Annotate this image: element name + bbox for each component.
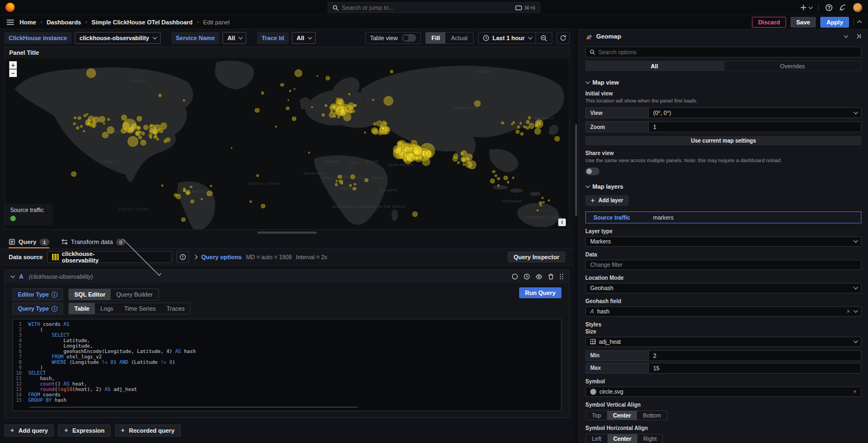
- add-layer-button[interactable]: +Add layer: [585, 195, 629, 206]
- size-field-select[interactable]: adj_heat: [585, 337, 861, 347]
- layer-item-source-traffic[interactable]: Source traffic markers: [585, 211, 861, 223]
- map-info-button[interactable]: i: [558, 219, 566, 226]
- symbol-valign-label: Symbol Vertical Align: [585, 402, 861, 408]
- tab-transform-data[interactable]: Transform data 0: [61, 235, 126, 248]
- zoom-out-time-button[interactable]: [535, 33, 552, 43]
- run-query-button[interactable]: Run Query: [519, 287, 561, 298]
- clickhouse-instance-select[interactable]: clickhouse-observability: [75, 32, 161, 44]
- fill-button[interactable]: Fill: [426, 33, 445, 43]
- avatar[interactable]: [853, 3, 863, 12]
- expression-button[interactable]: +Expression: [58, 425, 110, 436]
- hide-query-icon[interactable]: [535, 274, 542, 280]
- resize-handle[interactable]: [257, 232, 317, 234]
- data-filter-select[interactable]: Change filter: [585, 260, 861, 270]
- valign-center-button[interactable]: Center: [607, 411, 637, 420]
- query-type-traces[interactable]: Traces: [161, 303, 190, 314]
- clear-icon[interactable]: ×: [847, 309, 850, 314]
- map-marker: [474, 100, 481, 107]
- query-type-time-series[interactable]: Time Series: [119, 303, 161, 314]
- options-search[interactable]: [585, 47, 861, 57]
- valign-bottom-button[interactable]: Bottom: [637, 411, 667, 420]
- clear-icon[interactable]: ×: [853, 389, 857, 395]
- grafana-logo[interactable]: [5, 3, 15, 12]
- options-header[interactable]: Geomap: [579, 29, 868, 43]
- trace-id-select[interactable]: All: [292, 32, 316, 44]
- section-map-layers[interactable]: Map layers: [585, 183, 861, 190]
- chevron-up-icon[interactable]: [857, 20, 861, 24]
- map-zoom-out-button[interactable]: −: [9, 69, 17, 77]
- datasource-help-button[interactable]: [176, 251, 189, 263]
- map-marker: [507, 181, 509, 183]
- query-row-header[interactable]: A (clickhouse-observability): [5, 270, 569, 283]
- layer-type-select[interactable]: Markers: [585, 236, 861, 247]
- query-inspector-button[interactable]: Query Inspector: [508, 252, 565, 262]
- halign-center-button[interactable]: Center: [608, 434, 637, 443]
- geomap-canvas[interactable]: CANADARUSSIAUNITED STATESMEXICOBRAZILKAZ…: [5, 58, 569, 229]
- view-select[interactable]: (0°, 0°): [648, 107, 861, 118]
- sql-code-editor[interactable]: 1WITH coords AS2 (3 SELECT4 Latitude,5 L…: [12, 319, 561, 411]
- recorded-query-button[interactable]: +Recorded query: [115, 425, 181, 436]
- discard-button[interactable]: Discard: [752, 17, 786, 28]
- options-search-input[interactable]: [598, 49, 857, 55]
- query-type-logs[interactable]: Logs: [95, 303, 119, 314]
- add-new-button[interactable]: [800, 4, 812, 11]
- valign-top-button[interactable]: Top: [586, 411, 607, 420]
- min-input[interactable]: 2: [648, 350, 861, 361]
- query-type-table[interactable]: Table: [69, 303, 95, 314]
- refresh-button[interactable]: [557, 32, 570, 44]
- map-marker: [190, 200, 195, 204]
- code-horizontal-scrollbar[interactable]: [29, 407, 358, 408]
- options-tab-all[interactable]: All: [585, 61, 724, 71]
- map-zoom-in-button[interactable]: +: [9, 61, 17, 69]
- location-mode-select[interactable]: Geohash: [585, 283, 861, 293]
- halign-left-button[interactable]: Left: [586, 434, 608, 443]
- global-search[interactable]: ⌘+k: [328, 2, 540, 13]
- help-button[interactable]: [825, 4, 833, 11]
- duplicate-query-icon[interactable]: [512, 273, 518, 280]
- max-input[interactable]: 15: [648, 363, 861, 374]
- collapse-query-icon[interactable]: [10, 273, 15, 278]
- breadcrumb-item[interactable]: Home: [20, 19, 36, 25]
- symbol-select[interactable]: circle.svg ×: [585, 387, 861, 397]
- geohash-field-select[interactable]: A hash ×: [585, 306, 861, 317]
- chevron-down-icon[interactable]: [844, 33, 848, 37]
- scrollbar-thumb[interactable]: [575, 124, 577, 216]
- menu-icon[interactable]: [7, 19, 14, 25]
- actual-button[interactable]: Actual: [445, 33, 473, 43]
- datasource-select[interactable]: clickhouse-observability: [47, 251, 172, 263]
- table-view-toggle[interactable]: [402, 34, 416, 42]
- map-country-label: MAURITANIA: [304, 172, 327, 175]
- plus-icon: +: [591, 197, 595, 204]
- breadcrumb-item[interactable]: Dashboards: [47, 19, 81, 25]
- query-type-label: Query Typei: [12, 303, 63, 314]
- breadcrumb: Home›Dashboards›Simple ClickHouse OTel D…: [20, 19, 229, 25]
- share-view-toggle[interactable]: [585, 168, 599, 175]
- panel-header[interactable]: Panel Title: [5, 47, 569, 58]
- halign-right-button[interactable]: Right: [637, 434, 663, 443]
- collapse-pane-icon[interactable]: [855, 33, 861, 40]
- query-builder-button[interactable]: Query Builder: [111, 289, 158, 300]
- main-scrollbar[interactable]: [574, 29, 578, 443]
- drag-handle[interactable]: [559, 273, 564, 280]
- breadcrumb-item[interactable]: Simple ClickHouse OTel Dashboard: [92, 19, 193, 25]
- news-button[interactable]: [839, 4, 846, 11]
- zoom-input[interactable]: 1: [648, 121, 861, 132]
- query-history-icon[interactable]: [524, 273, 530, 280]
- section-map-view[interactable]: Map view: [585, 79, 861, 86]
- chevron-right-icon[interactable]: [193, 254, 197, 259]
- query-options-toggle[interactable]: Query options: [201, 254, 242, 260]
- use-current-map-settings-button[interactable]: Use current map settings: [585, 136, 861, 145]
- time-range-picker[interactable]: Last 1 hour: [478, 33, 535, 43]
- service-name-select[interactable]: All: [222, 32, 246, 44]
- symbol-halign-toggle: Left Center Right: [585, 434, 663, 443]
- apply-button[interactable]: Apply: [820, 17, 849, 28]
- options-tab-overrides[interactable]: Overrides: [724, 61, 862, 71]
- save-button[interactable]: Save: [790, 17, 816, 28]
- delete-query-icon[interactable]: [548, 273, 554, 280]
- add-query-button[interactable]: +Add query: [4, 425, 54, 436]
- sql-editor-button[interactable]: SQL Editor: [69, 289, 111, 300]
- map-marker: [452, 156, 458, 162]
- global-search-input[interactable]: [342, 4, 512, 11]
- map-marker: [76, 126, 79, 130]
- tab-query[interactable]: Query 1: [9, 235, 49, 248]
